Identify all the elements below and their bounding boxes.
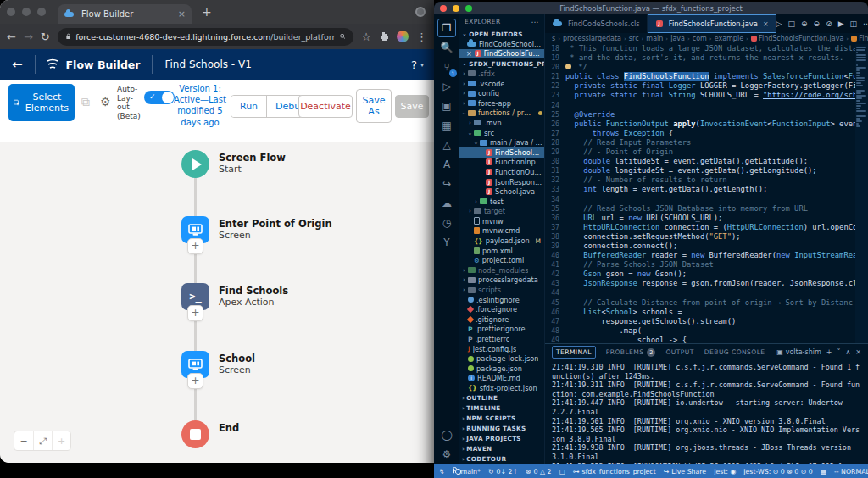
tree-item[interactable]: mvnw bbox=[459, 216, 544, 226]
minimap[interactable] bbox=[855, 44, 868, 343]
remote-indicator[interactable]: ↯ bbox=[439, 468, 445, 475]
add-element-button[interactable]: + bbox=[187, 238, 203, 254]
help-icon[interactable]: ? bbox=[411, 58, 420, 71]
sidebar-section-maven[interactable]: ›MAVEN bbox=[459, 444, 544, 454]
tree-item[interactable]: ›.vscode bbox=[459, 79, 544, 89]
sidebar-section-outline[interactable]: ›OUTLINE bbox=[459, 393, 544, 403]
extensions-puzzle-icon[interactable] bbox=[379, 31, 389, 42]
sidebar-section-codetour[interactable]: ›CODETOUR bbox=[459, 454, 544, 464]
breadcrumb-item[interactable]: java bbox=[670, 35, 685, 42]
browser-menu-icon[interactable]: ⋮ bbox=[416, 31, 427, 43]
jest-ws-item[interactable]: Jest-WS: ⊙ 0 ⊗ 0 ⊙ 0 bbox=[743, 468, 812, 475]
jest-icon[interactable]: Y bbox=[437, 233, 456, 252]
tree-item[interactable]: JSchool.java bbox=[459, 186, 544, 197]
live-share-icon[interactable]: ↪ bbox=[437, 175, 456, 193]
browser-avatar[interactable] bbox=[397, 31, 409, 42]
editor-tab[interactable]: JFindSchoolsFunction.java× bbox=[648, 14, 776, 33]
step-into-icon[interactable]: ⊖ bbox=[814, 19, 821, 28]
sidebar-section-timeline[interactable]: ›TIMELINE bbox=[459, 403, 544, 414]
tree-item[interactable]: JFindSchoolsFun... bbox=[459, 147, 544, 158]
editor-tab[interactable]: FindCodeSchools.cls bbox=[545, 14, 648, 33]
search-icon[interactable]: 🔍 bbox=[437, 38, 456, 57]
breadcrumb-item[interactable]: processlargedata bbox=[563, 35, 621, 42]
terminal-dropdown-icon[interactable]: ˅ bbox=[837, 348, 840, 356]
org-cloud-icon[interactable]: ☁ bbox=[437, 194, 456, 213]
run-debug-icon[interactable]: □ bbox=[788, 19, 796, 28]
add-element-button[interactable]: + bbox=[187, 373, 203, 389]
step-out-icon[interactable]: ⊘ bbox=[826, 19, 832, 28]
tree-item[interactable]: pom.xml bbox=[459, 246, 544, 256]
zoom-out-button[interactable]: − bbox=[14, 431, 33, 450]
tree-item[interactable]: {}payload.jsonM bbox=[459, 236, 544, 246]
panel-tab-debug-console[interactable]: DEBUG CONSOLE bbox=[704, 348, 765, 356]
zoom-window-button[interactable] bbox=[37, 8, 46, 16]
tree-item[interactable]: {}sfdx-project.json bbox=[459, 383, 544, 393]
maximize-panel-icon[interactable]: ∧ bbox=[845, 348, 850, 356]
sidebar-section-npm-scripts[interactable]: ›NPM SCRIPTS bbox=[459, 414, 544, 424]
tree-item[interactable]: ⌄main / java / com / e... bbox=[459, 137, 544, 147]
tree-item[interactable]: JFunctionInput.java bbox=[459, 158, 544, 168]
breadcrumb-item[interactable]: s bbox=[552, 35, 555, 42]
reload-icon[interactable]: ↻ bbox=[41, 31, 50, 43]
flow-canvas[interactable]: Screen FlowStartEnter Point of OriginScr… bbox=[0, 142, 434, 463]
address-bar[interactable]: force-customer-4680-dev-ed.lightning.for… bbox=[58, 28, 354, 46]
tree-item[interactable]: package-lock.json bbox=[459, 353, 544, 364]
tree-item[interactable]: .eslintignore bbox=[459, 295, 544, 305]
window-item[interactable]: ▢ bbox=[559, 468, 565, 475]
breadcrumb-item[interactable]: com bbox=[693, 35, 707, 42]
tree-item[interactable]: package.json bbox=[459, 364, 544, 374]
open-editor-item[interactable]: FindCodeSchools.c... bbox=[459, 39, 544, 49]
panel-tab-output[interactable]: OUTPUT bbox=[665, 348, 693, 356]
browser-tab[interactable]: Flow Builder × bbox=[58, 4, 192, 24]
deactivate-button[interactable]: Deactivate bbox=[298, 95, 353, 118]
accounts-icon[interactable]: ◯ bbox=[437, 425, 456, 444]
breadcrumb-item[interactable]: FindSchoolsFunction bbox=[851, 35, 868, 42]
salesforce-icon[interactable]: A bbox=[437, 155, 456, 174]
add-element-button[interactable]: + bbox=[187, 305, 203, 321]
history-icon[interactable]: ◷ bbox=[437, 214, 456, 232]
sidebar-section-running-tasks[interactable]: ›RUNNING TASKS bbox=[459, 424, 544, 434]
flow-node-start[interactable] bbox=[181, 150, 209, 178]
flow-node-end[interactable] bbox=[181, 420, 209, 448]
auto-layout-toggle[interactable]: ✓ bbox=[144, 91, 175, 104]
forward-icon[interactable]: → bbox=[24, 31, 33, 43]
git-branch-item[interactable]: main* bbox=[453, 468, 481, 475]
close-panel-icon[interactable]: × bbox=[855, 348, 861, 356]
run-icon[interactable]: ▷ bbox=[776, 19, 782, 28]
tree-item[interactable]: P.prettierrc bbox=[459, 334, 544, 344]
sidebar-section-java-projects[interactable]: ›JAVA PROJECTS bbox=[459, 434, 544, 444]
remote-explorer-icon[interactable]: ▣ bbox=[437, 97, 456, 115]
tree-item[interactable]: ›config bbox=[459, 88, 544, 98]
select-elements-button[interactable]: Select Elements bbox=[8, 84, 75, 121]
settings-gear-icon[interactable]: ⚙ bbox=[437, 445, 456, 464]
tree-item[interactable]: ›.mvn bbox=[459, 118, 544, 128]
open-editor-item[interactable]: ×JFindSchoolsFunctio... bbox=[459, 49, 544, 59]
save-button[interactable]: Save bbox=[395, 95, 429, 118]
vim-mode-item[interactable]: -- NORMAL -- bbox=[834, 468, 868, 475]
tree-item[interactable]: ⌄src bbox=[459, 128, 544, 138]
panel-tab-problems[interactable]: PROBLEMS2 bbox=[606, 348, 656, 357]
tree-item[interactable]: mvnw.cmd bbox=[459, 226, 544, 236]
breadcrumb-item[interactable]: src bbox=[629, 35, 639, 42]
terminal-output[interactable]: 21:41:19.310 INFO [RUNTIME] c.s.f.j.r.co… bbox=[545, 360, 868, 464]
source-control-icon[interactable]: ⑂1 bbox=[437, 58, 456, 76]
breadcrumb-item[interactable]: example bbox=[715, 35, 743, 42]
run-button[interactable]: Run bbox=[231, 96, 266, 117]
tree-item[interactable]: ›processlargedata bbox=[459, 275, 544, 286]
tree-item[interactable]: .gitignore bbox=[459, 314, 544, 325]
flow-back-icon[interactable]: ← bbox=[0, 57, 35, 72]
extensions-icon[interactable]: ▦ bbox=[437, 116, 456, 135]
test-beaker-icon[interactable]: △ bbox=[437, 136, 456, 154]
tree-item[interactable]: ›test bbox=[459, 197, 544, 207]
jest-item[interactable]: Jest: ◉ bbox=[714, 468, 736, 475]
live-share-item[interactable]: ↪Live Share bbox=[664, 468, 706, 475]
tab-close-icon[interactable]: × bbox=[178, 8, 186, 19]
code-editor[interactable]: 18 * This function loads a large JSON da… bbox=[545, 44, 868, 343]
tree-item[interactable]: iREADME.md bbox=[459, 374, 544, 384]
save-as-button[interactable]: Save As bbox=[356, 89, 392, 123]
lightbulb-icon[interactable] bbox=[565, 64, 571, 69]
close-editor-icon[interactable]: × bbox=[466, 50, 472, 58]
bookmark-star-icon[interactable]: ☆ bbox=[361, 31, 371, 43]
tree-item[interactable]: ›scripts bbox=[459, 285, 544, 295]
open-editors-header[interactable]: ⌄ OPEN EDITORS bbox=[459, 29, 544, 39]
